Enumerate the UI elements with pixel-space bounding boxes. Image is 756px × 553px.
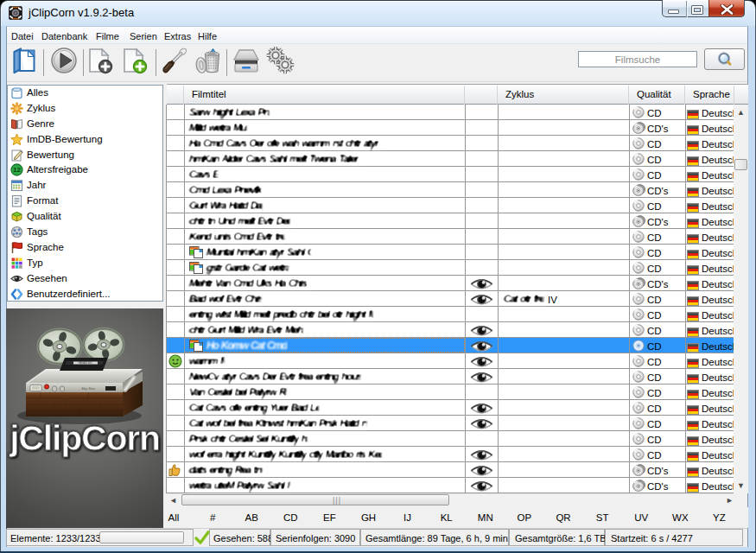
svg-text:PANASONIC: PANASONIC [79, 361, 92, 365]
svg-text:Sky Star: Sky Star [81, 386, 95, 391]
svg-text:12: 12 [13, 166, 21, 174]
